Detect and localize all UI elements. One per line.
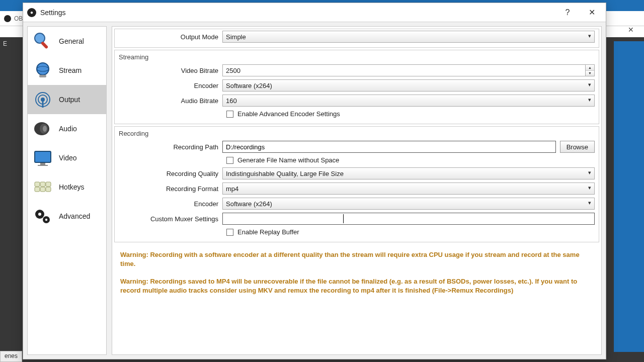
sidebar-item-output[interactable]: Output bbox=[28, 85, 106, 114]
svg-point-11 bbox=[43, 126, 47, 132]
close-button[interactable]: ✕ bbox=[582, 5, 602, 20]
sidebar-item-label: Advanced bbox=[59, 212, 90, 220]
recording-path-input[interactable] bbox=[222, 141, 556, 153]
muxer-input[interactable] bbox=[222, 213, 595, 225]
sidebar-item-stream[interactable]: Stream bbox=[28, 56, 106, 85]
recording-quality-select[interactable]: Indistinguishable Quality, Large File Si… bbox=[222, 167, 595, 179]
recording-encoder-label: Encoder bbox=[115, 200, 222, 208]
gen-filename-checkbox[interactable] bbox=[226, 157, 233, 164]
svg-rect-19 bbox=[40, 187, 45, 192]
recording-quality-label: Recording Quality bbox=[115, 170, 222, 177]
browse-button[interactable]: Browse bbox=[560, 141, 595, 153]
sidebar-item-label: Video bbox=[59, 154, 77, 162]
svg-rect-15 bbox=[35, 182, 40, 187]
settings-sidebar: General Stream Output Audio bbox=[27, 26, 107, 355]
gen-filename-label: Generate File Name without Space bbox=[237, 156, 339, 164]
wrench-icon bbox=[32, 30, 54, 52]
dialog-titlebar: ● Settings ? ✕ bbox=[23, 3, 606, 22]
sidebar-item-audio[interactable]: Audio bbox=[28, 114, 106, 143]
obs-logo-icon bbox=[4, 15, 11, 22]
enable-advanced-encoder-label: Enable Advanced Encoder Settings bbox=[237, 110, 340, 118]
sidebar-item-label: General bbox=[59, 37, 84, 45]
gears-icon bbox=[32, 205, 54, 227]
recording-path-label: Recording Path bbox=[115, 143, 222, 151]
stream-encoder-label: Encoder bbox=[115, 82, 222, 89]
svg-rect-13 bbox=[40, 163, 45, 165]
stream-encoder-select[interactable]: Software (x264) bbox=[222, 79, 595, 92]
sidebar-item-label: Audio bbox=[59, 125, 77, 133]
recording-format-select[interactable]: mp4 bbox=[222, 183, 595, 195]
muxer-label: Custom Muxer Settings bbox=[115, 215, 222, 223]
svg-point-22 bbox=[38, 213, 41, 216]
monitor-icon bbox=[32, 147, 54, 169]
sidebar-item-general[interactable]: General bbox=[28, 27, 106, 56]
output-mode-label: Output Mode bbox=[115, 33, 222, 41]
svg-point-2 bbox=[37, 63, 49, 75]
svg-rect-16 bbox=[40, 182, 45, 187]
replay-buffer-checkbox[interactable] bbox=[226, 229, 233, 236]
video-bitrate-input[interactable]: 2500 ▲▼ bbox=[222, 64, 595, 76]
bg-desktop-strip bbox=[614, 41, 644, 352]
sidebar-item-label: Stream bbox=[59, 66, 82, 74]
recording-format-label: Recording Format bbox=[115, 185, 222, 193]
enable-advanced-encoder-checkbox[interactable] bbox=[226, 111, 233, 118]
video-bitrate-label: Video Bitrate bbox=[115, 67, 222, 74]
globe-icon bbox=[32, 59, 54, 81]
output-mode-select[interactable]: Simple bbox=[222, 31, 595, 43]
svg-rect-14 bbox=[38, 165, 48, 166]
svg-rect-12 bbox=[35, 151, 51, 162]
svg-point-0 bbox=[35, 33, 45, 43]
audio-bitrate-select[interactable]: 160 bbox=[222, 95, 595, 107]
dialog-title: Settings bbox=[40, 9, 66, 17]
sidebar-item-hotkeys[interactable]: Hotkeys bbox=[28, 172, 106, 202]
speaker-icon bbox=[32, 118, 54, 140]
obs-icon: ● bbox=[27, 8, 36, 17]
svg-rect-20 bbox=[46, 187, 51, 192]
help-button[interactable]: ? bbox=[557, 5, 578, 20]
streaming-group-title: Streaming bbox=[115, 50, 599, 63]
warning-cpu: Warning: Recording with a software encod… bbox=[114, 248, 599, 270]
svg-rect-18 bbox=[35, 187, 40, 192]
bg-menu[interactable]: E bbox=[2, 37, 8, 50]
sidebar-item-advanced[interactable]: Advanced bbox=[28, 202, 106, 231]
svg-rect-4 bbox=[39, 75, 46, 77]
recording-group-title: Recording bbox=[115, 127, 599, 139]
spin-up-icon[interactable]: ▲ bbox=[586, 65, 594, 71]
svg-rect-17 bbox=[46, 182, 51, 187]
warning-mp4: Warning: Recordings saved to MP4 will be… bbox=[114, 275, 599, 297]
sidebar-item-video[interactable]: Video bbox=[28, 143, 106, 172]
bg-close-button[interactable]: ✕ bbox=[621, 22, 641, 37]
bg-scenes-tab[interactable]: enes bbox=[0, 351, 22, 362]
spin-down-icon[interactable]: ▼ bbox=[586, 71, 594, 76]
recording-encoder-select[interactable]: Software (x264) bbox=[222, 198, 595, 210]
keyboard-icon bbox=[32, 176, 54, 198]
settings-dialog: ● Settings ? ✕ General Stream bbox=[23, 3, 606, 359]
svg-rect-1 bbox=[41, 41, 49, 49]
sidebar-item-label: Hotkeys bbox=[59, 183, 85, 191]
broadcast-icon bbox=[32, 88, 54, 111]
replay-buffer-label: Enable Replay Buffer bbox=[237, 228, 299, 236]
audio-bitrate-label: Audio Bitrate bbox=[115, 97, 222, 105]
svg-point-24 bbox=[45, 219, 47, 221]
sidebar-item-label: Output bbox=[59, 96, 80, 104]
output-settings-panel: Output Mode Simple Streaming Video Bitra… bbox=[112, 26, 602, 355]
